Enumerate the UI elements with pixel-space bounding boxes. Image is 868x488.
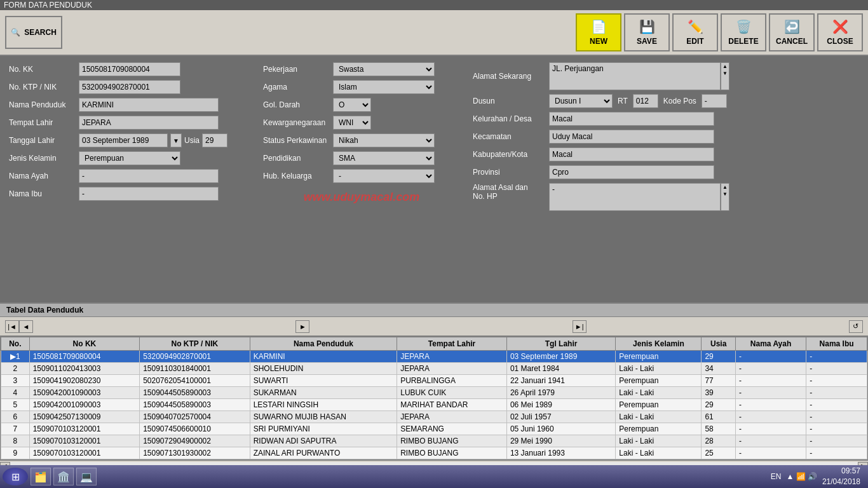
noktp-input[interactable]	[79, 80, 180, 94]
nama-input[interactable]	[79, 98, 219, 112]
lang-indicator: EN	[771, 472, 782, 481]
save-label: SAVE	[637, 37, 657, 46]
close-button[interactable]: ❌ CLOSE	[817, 13, 863, 51]
jeniskelamin-label: Jenis Kelamin	[9, 154, 79, 163]
table-cell: 8	[1, 435, 30, 447]
start-button[interactable]: ⊞	[3, 468, 28, 485]
kabupatenkota-label: Kabupaten/Kota	[473, 150, 549, 159]
nav-first-button[interactable]: |◄	[5, 320, 19, 333]
table-row[interactable]: 915090701031200011509071301930002ZAINAL …	[1, 447, 867, 459]
watermark: www.uduymacal.com	[263, 191, 460, 204]
table-row[interactable]: 615090425071300091509040702570004SUWARNO…	[1, 411, 867, 423]
kabupatenkota-input[interactable]	[549, 147, 714, 161]
namaibu-input[interactable]	[79, 187, 219, 201]
table-cell: 1509070103120001	[29, 447, 139, 459]
table-row[interactable]: 315090419020802305020762054100001SUWARTI…	[1, 375, 867, 387]
tempatlahir-input[interactable]	[79, 116, 219, 130]
table-cell: 1509044505890003	[140, 387, 250, 399]
table-body: ▶115050817090800045320094902870001KARMIN…	[1, 351, 867, 459]
delete-button[interactable]: 🗑️ DELETE	[721, 13, 766, 51]
scroll-up-icon[interactable]: ▲	[722, 63, 728, 70]
jeniskelamin-select[interactable]: Perempuan Laki - Laki	[79, 151, 180, 165]
table-cell: 1509042001090003	[29, 399, 139, 411]
table-row[interactable]: 715090701031200011509074506600010SRI PUR…	[1, 423, 867, 435]
tgllahir-input[interactable]	[79, 133, 168, 147]
table-cell: 1509074506600010	[140, 423, 250, 435]
agama-select[interactable]: Islam	[333, 80, 435, 94]
statusperkawinan-select[interactable]: Nikah Belum Nikah	[333, 133, 435, 147]
edit-button[interactable]: ✏️ EDIT	[672, 13, 718, 51]
usia-label: Usia	[184, 136, 200, 145]
table-cell: -	[806, 411, 867, 423]
table-cell: SUWARTI	[250, 375, 397, 387]
kodepos-input[interactable]	[702, 94, 727, 108]
namaayah-input[interactable]	[79, 169, 219, 183]
search-button[interactable]: 🔍 SEARCH	[5, 16, 62, 49]
provinsi-input[interactable]	[549, 165, 714, 179]
alamatasal-scroll-up-icon[interactable]: ▲	[722, 184, 728, 191]
taskbar-icon-3[interactable]: 💻	[76, 468, 97, 485]
nav-next-button[interactable]: ►	[295, 320, 309, 333]
new-icon: 📄	[591, 19, 607, 34]
table-row[interactable]: 815090701031200011509072904900002RIDWAN …	[1, 435, 867, 447]
close-icon: ❌	[832, 19, 848, 34]
cancel-icon: ↩️	[784, 19, 800, 34]
alamatasal-label: Alamat Asal dan No. HP	[473, 183, 549, 201]
close-label: CLOSE	[827, 37, 853, 46]
table-cell: 1509070103120001	[29, 435, 139, 447]
table-section: Tabel Data Penduduk |◄ ◄ ► ►| ↺ No. No K…	[0, 302, 868, 470]
table-cell: 5320094902870001	[140, 351, 250, 363]
table-cell: -	[806, 423, 867, 435]
alamatasal-wrapper: - ▲ ▼	[549, 183, 729, 211]
dusun-select[interactable]: Dusun I	[549, 94, 613, 108]
table-cell: -	[735, 375, 806, 387]
alamatsekarang-input[interactable]: JL. Perjuangan	[549, 62, 721, 90]
pendidikan-select[interactable]: SMA	[333, 151, 435, 165]
nav-refresh-button[interactable]: ↺	[849, 320, 863, 333]
table-row[interactable]: 515090420010900031509044505890003LESTARI…	[1, 399, 867, 411]
table-cell: SRI PURMIYANI	[250, 423, 397, 435]
scroll-down-icon[interactable]: ▼	[722, 70, 728, 77]
table-cell: -	[806, 399, 867, 411]
table-cell: -	[735, 399, 806, 411]
table-cell: SHOLEHUDIN	[250, 363, 397, 375]
nav-prev-button[interactable]: ◄	[19, 320, 33, 333]
kodepos-label: Kode Pos	[663, 97, 696, 105]
table-cell: 1509072904900002	[140, 435, 250, 447]
alamatasal-scrollbar[interactable]: ▲ ▼	[721, 183, 729, 211]
table-cell: Perempuan	[616, 399, 702, 411]
table-cell: 5	[1, 399, 30, 411]
usia-input[interactable]	[202, 133, 227, 147]
table-row[interactable]: ▶115050817090800045320094902870001KARMIN…	[1, 351, 867, 363]
table-cell: Perempuan	[616, 375, 702, 387]
alamat-scrollbar[interactable]: ▲ ▼	[721, 62, 729, 90]
save-button[interactable]: 💾 SAVE	[624, 13, 670, 51]
goldarah-select[interactable]: O A B AB	[333, 98, 371, 112]
table-row[interactable]: 215090110204130031509110301840001SHOLEHU…	[1, 363, 867, 375]
alamatasal-scroll-down-icon[interactable]: ▼	[722, 191, 728, 198]
new-button[interactable]: 📄 NEW	[576, 13, 621, 51]
nokk-input[interactable]	[79, 62, 180, 76]
table-cell: ▶1	[1, 351, 30, 363]
alamatasal-input[interactable]: -	[549, 183, 721, 211]
table-scroll[interactable]: No. No KK No KTP / NIK Nama Penduduk Tem…	[0, 336, 868, 460]
taskbar-icon-2[interactable]: 🏛️	[53, 468, 74, 485]
kelurahandesa-input[interactable]	[549, 112, 714, 126]
taskbar-icon-1[interactable]: 🗂️	[31, 468, 51, 485]
table-row[interactable]: 415090420010900031509044505890003SUKARMA…	[1, 387, 867, 399]
col-nama: Nama Penduduk	[250, 337, 397, 351]
table-cell: JEPARA	[397, 351, 507, 363]
cancel-button[interactable]: ↩️ CANCEL	[769, 13, 815, 51]
kewarganegaraan-select[interactable]: WNI WNA	[333, 116, 371, 130]
title-text: FORM DATA PENDUDUK	[4, 1, 92, 10]
rt-input[interactable]	[633, 94, 658, 108]
date-picker-button[interactable]: ▼	[170, 133, 182, 147]
form-col2: Pekerjaan Swasta Agama Islam Gol. Darah …	[263, 62, 460, 215]
nav-last-button[interactable]: ►|	[573, 320, 587, 333]
table-cell: ZAINAL ARI PURWANTO	[250, 447, 397, 459]
hubkeluarga-select[interactable]: -	[333, 169, 435, 183]
search-icon: 🔍	[11, 28, 20, 37]
col-noktp: No KTP / NIK	[140, 337, 250, 351]
kecamatan-input[interactable]	[549, 130, 714, 144]
pekerjaan-select[interactable]: Swasta	[333, 62, 435, 76]
